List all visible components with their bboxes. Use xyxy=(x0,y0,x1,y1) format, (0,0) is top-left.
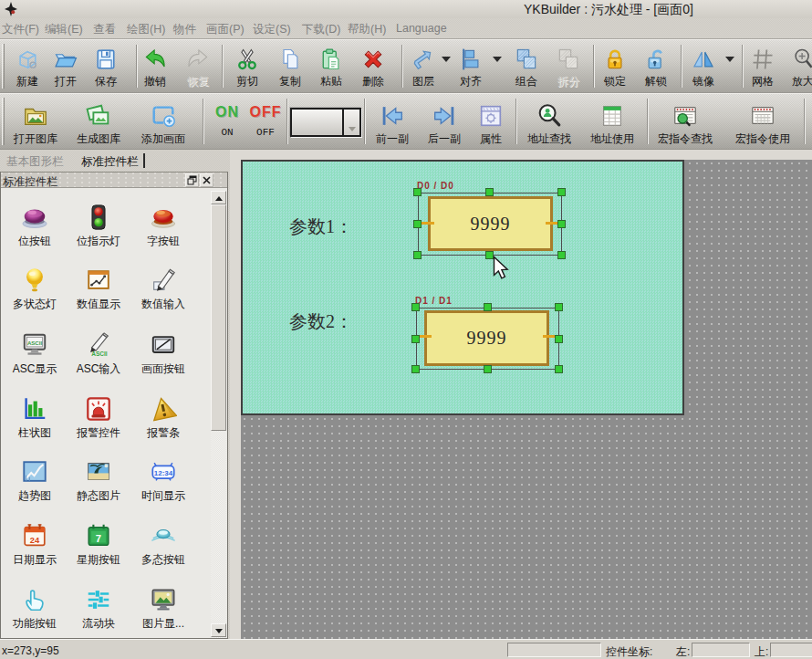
palette-item-ascii-input[interactable]: ASCII ASC输入 xyxy=(67,331,130,379)
resize-handle-n[interactable] xyxy=(484,303,492,311)
layers-dropdown-arrow[interactable] xyxy=(442,57,451,62)
resize-handle-se[interactable] xyxy=(557,251,566,259)
macro-usage-button[interactable]: 宏指令使用 xyxy=(725,100,800,148)
resize-handle-e[interactable] xyxy=(557,220,566,228)
palette-item-bit-button[interactable]: 位按钮 xyxy=(3,204,67,251)
align-button[interactable]: 对齐 xyxy=(451,45,491,92)
unlock-button[interactable]: 解锁 xyxy=(636,45,676,92)
menu-language[interactable]: Language xyxy=(396,22,447,35)
save-button[interactable]: 保存 xyxy=(86,45,126,92)
palette-item-picture-display[interactable]: 图片显... xyxy=(131,586,195,633)
menu-object[interactable]: 物件 xyxy=(173,22,196,37)
redo-button[interactable]: 恢复 xyxy=(178,45,218,92)
resize-handle-se[interactable] xyxy=(555,365,563,373)
menu-view[interactable]: 查看 xyxy=(93,22,116,37)
cut-button[interactable]: 剪切 xyxy=(227,45,267,92)
mirror-button[interactable]: 镜像 xyxy=(683,45,724,92)
properties-button[interactable]: 属性 xyxy=(471,100,511,148)
coord-left-input[interactable] xyxy=(692,643,750,657)
resize-handle-nw[interactable] xyxy=(413,188,422,196)
palette-item-multi-state-button[interactable]: 多态按钮 xyxy=(131,522,195,570)
canvas-label-param1[interactable]: 参数1： xyxy=(289,214,353,239)
resize-handle-ne[interactable] xyxy=(555,303,563,311)
palette-item-function-button[interactable]: 功能按钮 xyxy=(3,586,67,633)
palette-item-numeric-display[interactable]: 数值显示 xyxy=(67,267,130,314)
lock-button[interactable]: 锁定 xyxy=(595,45,635,92)
palette-item-time-display[interactable]: 12:34 时间显示 xyxy=(131,458,195,506)
menu-download[interactable]: 下载(D) xyxy=(302,22,340,37)
palette-item-multi-state-lamp[interactable]: 多状态灯 xyxy=(3,267,67,314)
menu-screen[interactable]: 画面(P) xyxy=(206,22,245,37)
resize-handle-n[interactable] xyxy=(485,188,494,196)
palette-item-ascii-display[interactable]: ASCII ASC显示 xyxy=(3,331,67,379)
design-canvas[interactable]: 参数1： 参数2： D0 / D0 9999 D1 / D1 xyxy=(241,160,684,415)
address-find-button[interactable]: 地址查找 xyxy=(519,100,579,148)
panel-title-bar[interactable]: 标准控件栏 xyxy=(1,173,227,188)
menu-draw[interactable]: 绘图(H) xyxy=(127,22,165,37)
zoom-button[interactable]: 放大 xyxy=(783,45,812,92)
delete-button[interactable]: 删除 xyxy=(353,45,393,92)
palette-item-date-display[interactable]: 24 日期显示 xyxy=(3,522,67,570)
macro-find-button[interactable]: 宏指令查找 xyxy=(648,100,723,148)
panel-close-button[interactable] xyxy=(200,173,213,187)
screen-select-combobox[interactable] xyxy=(290,108,361,137)
menu-file[interactable]: 文件(F) xyxy=(2,22,39,37)
panel-float-button[interactable] xyxy=(185,173,199,187)
resize-handle-sw[interactable] xyxy=(411,365,420,373)
resize-handle-ne[interactable] xyxy=(557,188,566,196)
layers-button[interactable]: 图层 xyxy=(403,45,443,92)
ungroup-button[interactable]: 拆分 xyxy=(548,45,588,92)
menu-help[interactable]: 帮助(H) xyxy=(348,22,386,37)
palette-item-numeric-input[interactable]: 数值输入 xyxy=(131,267,195,314)
resize-handle-w[interactable] xyxy=(413,220,422,228)
resize-handle-nw[interactable] xyxy=(411,303,420,311)
group-button[interactable]: 组合 xyxy=(506,45,547,92)
palette-item-alarm-control[interactable]: 报警控件 xyxy=(67,395,130,443)
open-gallery-button[interactable]: 打开图库 xyxy=(7,100,64,148)
palette-item-word-button[interactable]: 字按钮 xyxy=(131,204,195,251)
prev-screen-button[interactable]: 前一副 xyxy=(367,100,418,148)
resize-handle-sw[interactable] xyxy=(413,251,422,259)
scroll-down-button[interactable] xyxy=(211,623,226,637)
add-screen-button[interactable]: 添加画面 xyxy=(135,100,192,148)
palette-item-flow-block[interactable]: 流动块 xyxy=(67,586,130,633)
palette-item-bit-lamp[interactable]: 位指示灯 xyxy=(67,204,130,251)
numeric-input-widget-2[interactable]: D1 / D1 9999 xyxy=(416,308,559,370)
undo-button[interactable]: 撤销 xyxy=(135,45,175,92)
mirror-dropdown-arrow[interactable] xyxy=(725,57,734,62)
palette-item-week-button[interactable]: 7 星期按钮 xyxy=(67,522,130,570)
coord-top-input[interactable] xyxy=(770,643,812,657)
open-button[interactable]: 打开 xyxy=(46,45,86,92)
canvas-label-param2[interactable]: 参数2： xyxy=(289,309,353,334)
palette-item-static-picture[interactable]: 静态图片 xyxy=(67,458,130,506)
generate-gallery-button[interactable]: 生成图库 xyxy=(70,100,127,148)
combo-dropdown-button[interactable] xyxy=(342,110,359,135)
align-dropdown-arrow[interactable] xyxy=(493,57,502,62)
off-button[interactable]: OFF OFF xyxy=(247,100,284,148)
on-button[interactable]: ON ON xyxy=(211,100,244,148)
resize-handle-s[interactable] xyxy=(484,365,492,373)
next-screen-button[interactable]: 后一副 xyxy=(419,100,470,148)
numeric-value-box[interactable]: 9999 xyxy=(428,196,553,251)
tab-standard-controls[interactable]: 标准控件栏 xyxy=(81,154,139,170)
paste-button[interactable]: 粘贴 xyxy=(311,45,351,92)
toolbar-drag-handle[interactable] xyxy=(2,98,5,145)
numeric-value-box[interactable]: 9999 xyxy=(424,310,549,366)
grid-button[interactable]: 网格 xyxy=(743,45,783,92)
menu-settings[interactable]: 设定(S) xyxy=(253,22,291,37)
toolbar-drag-handle[interactable] xyxy=(2,44,5,89)
menu-edit[interactable]: 编辑(E) xyxy=(45,22,83,37)
address-usage-button[interactable]: 地址使用 xyxy=(582,100,642,148)
copy-button[interactable]: 复制 xyxy=(270,45,310,92)
new-button[interactable]: 新建 xyxy=(7,45,47,92)
palette-item-trend-graph[interactable]: 趋势图 xyxy=(3,458,67,506)
scroll-up-button[interactable] xyxy=(211,191,226,204)
palette-item-alarm-bar[interactable]: 报警条 xyxy=(131,395,195,443)
numeric-input-widget-1[interactable]: D0 / D0 9999 xyxy=(418,193,562,256)
resize-handle-w[interactable] xyxy=(411,335,420,343)
scroll-thumb[interactable] xyxy=(211,204,226,431)
tab-basic-shapes[interactable]: 基本图形栏 xyxy=(6,154,64,170)
panel-scrollbar[interactable] xyxy=(211,191,226,638)
resize-handle-e[interactable] xyxy=(555,335,563,343)
palette-item-bar-graph[interactable]: 柱状图 xyxy=(3,395,67,443)
